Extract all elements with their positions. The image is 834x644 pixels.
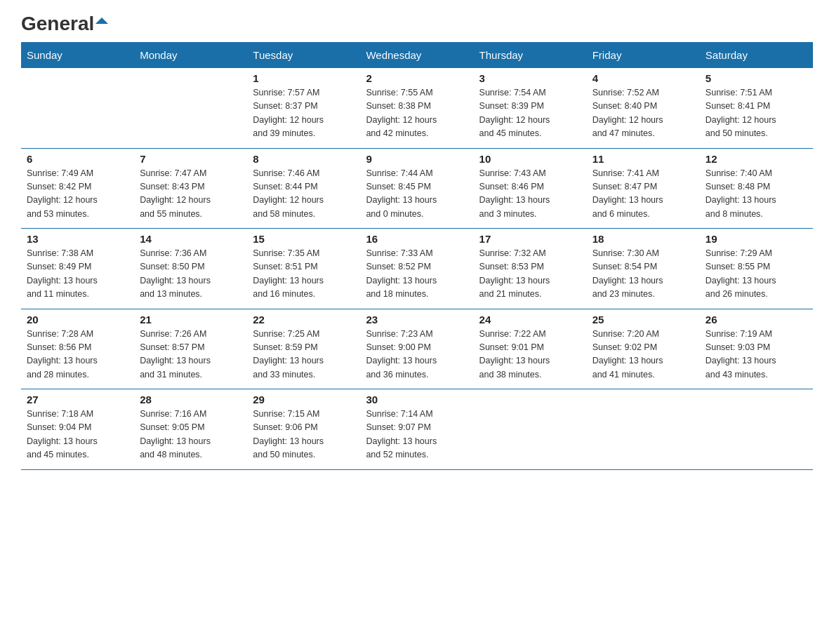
day-info: Sunrise: 7:47 AM Sunset: 8:43 PM Dayligh… (140, 167, 241, 222)
calendar-cell: 18Sunrise: 7:30 AM Sunset: 8:54 PM Dayli… (587, 229, 700, 309)
day-info: Sunrise: 7:14 AM Sunset: 9:07 PM Dayligh… (366, 408, 468, 462)
day-info: Sunrise: 7:35 AM Sunset: 8:51 PM Dayligh… (253, 247, 355, 302)
calendar-cell: 20Sunrise: 7:28 AM Sunset: 8:56 PM Dayli… (21, 309, 134, 389)
day-number: 10 (479, 153, 581, 165)
calendar-cell (700, 389, 813, 470)
day-info: Sunrise: 7:44 AM Sunset: 8:45 PM Dayligh… (366, 167, 468, 222)
calendar-cell: 24Sunrise: 7:22 AM Sunset: 9:01 PM Dayli… (474, 309, 587, 389)
calendar-cell: 14Sunrise: 7:36 AM Sunset: 8:50 PM Dayli… (134, 229, 247, 309)
day-number: 6 (27, 153, 128, 165)
calendar-cell: 21Sunrise: 7:26 AM Sunset: 8:57 PM Dayli… (134, 309, 247, 389)
day-info: Sunrise: 7:22 AM Sunset: 9:01 PM Dayligh… (479, 328, 581, 382)
weekday-header-sunday: Sunday (21, 42, 134, 68)
calendar-cell: 27Sunrise: 7:18 AM Sunset: 9:04 PM Dayli… (21, 389, 134, 470)
day-info: Sunrise: 7:30 AM Sunset: 8:54 PM Dayligh… (593, 247, 694, 302)
page-header: General (21, 14, 813, 35)
logo-general: General (21, 14, 94, 34)
calendar-cell (134, 68, 247, 148)
calendar-cell (474, 389, 587, 470)
day-info: Sunrise: 7:19 AM Sunset: 9:03 PM Dayligh… (706, 328, 807, 382)
day-info: Sunrise: 7:41 AM Sunset: 8:47 PM Dayligh… (593, 167, 694, 222)
day-number: 5 (706, 72, 807, 84)
calendar-cell: 3Sunrise: 7:54 AM Sunset: 8:39 PM Daylig… (474, 68, 587, 148)
day-number: 8 (253, 153, 355, 165)
day-number: 15 (253, 233, 355, 245)
weekday-header-thursday: Thursday (474, 42, 587, 68)
day-number: 16 (366, 233, 468, 245)
calendar-cell: 8Sunrise: 7:46 AM Sunset: 8:44 PM Daylig… (247, 148, 360, 229)
day-number: 23 (366, 314, 468, 326)
day-info: Sunrise: 7:26 AM Sunset: 8:57 PM Dayligh… (140, 328, 241, 382)
calendar-week-row: 13Sunrise: 7:38 AM Sunset: 8:49 PM Dayli… (21, 229, 813, 309)
weekday-header-monday: Monday (134, 42, 247, 68)
day-info: Sunrise: 7:20 AM Sunset: 9:02 PM Dayligh… (593, 328, 694, 382)
calendar-cell: 29Sunrise: 7:15 AM Sunset: 9:06 PM Dayli… (247, 389, 360, 470)
calendar-cell (21, 68, 134, 148)
weekday-header-saturday: Saturday (700, 42, 813, 68)
calendar-cell: 12Sunrise: 7:40 AM Sunset: 8:48 PM Dayli… (700, 148, 813, 229)
day-info: Sunrise: 7:16 AM Sunset: 9:05 PM Dayligh… (140, 408, 241, 462)
calendar-cell: 30Sunrise: 7:14 AM Sunset: 9:07 PM Dayli… (360, 389, 473, 470)
day-info: Sunrise: 7:51 AM Sunset: 8:41 PM Dayligh… (706, 86, 807, 141)
calendar-cell: 23Sunrise: 7:23 AM Sunset: 9:00 PM Dayli… (360, 309, 473, 389)
weekday-header-tuesday: Tuesday (247, 42, 360, 68)
day-number: 7 (140, 153, 241, 165)
day-info: Sunrise: 7:40 AM Sunset: 8:48 PM Dayligh… (706, 167, 807, 222)
calendar-cell: 15Sunrise: 7:35 AM Sunset: 8:51 PM Dayli… (247, 229, 360, 309)
day-number: 30 (366, 394, 468, 405)
calendar-cell: 26Sunrise: 7:19 AM Sunset: 9:03 PM Dayli… (700, 309, 813, 389)
day-number: 21 (140, 314, 241, 326)
day-info: Sunrise: 7:38 AM Sunset: 8:49 PM Dayligh… (27, 247, 128, 302)
day-info: Sunrise: 7:25 AM Sunset: 8:59 PM Dayligh… (253, 328, 355, 382)
day-number: 13 (27, 233, 128, 245)
calendar-week-row: 6Sunrise: 7:49 AM Sunset: 8:42 PM Daylig… (21, 148, 813, 229)
day-number: 1 (253, 72, 355, 84)
day-number: 29 (253, 394, 355, 405)
calendar-cell: 19Sunrise: 7:29 AM Sunset: 8:55 PM Dayli… (700, 229, 813, 309)
day-info: Sunrise: 7:28 AM Sunset: 8:56 PM Dayligh… (27, 328, 128, 382)
day-number: 25 (593, 314, 694, 326)
calendar-cell: 13Sunrise: 7:38 AM Sunset: 8:49 PM Dayli… (21, 229, 134, 309)
calendar-cell: 10Sunrise: 7:43 AM Sunset: 8:46 PM Dayli… (474, 148, 587, 229)
day-number: 2 (366, 72, 468, 84)
calendar-header-row: SundayMondayTuesdayWednesdayThursdayFrid… (21, 42, 813, 68)
calendar-cell (587, 389, 700, 470)
day-number: 14 (140, 233, 241, 245)
day-number: 24 (479, 314, 581, 326)
day-number: 9 (366, 153, 468, 165)
day-info: Sunrise: 7:29 AM Sunset: 8:55 PM Dayligh… (706, 247, 807, 302)
day-info: Sunrise: 7:43 AM Sunset: 8:46 PM Dayligh… (479, 167, 581, 222)
calendar-cell: 4Sunrise: 7:52 AM Sunset: 8:40 PM Daylig… (587, 68, 700, 148)
calendar-cell: 9Sunrise: 7:44 AM Sunset: 8:45 PM Daylig… (360, 148, 473, 229)
logo: General (21, 14, 108, 35)
calendar-cell: 22Sunrise: 7:25 AM Sunset: 8:59 PM Dayli… (247, 309, 360, 389)
calendar-cell: 11Sunrise: 7:41 AM Sunset: 8:47 PM Dayli… (587, 148, 700, 229)
day-info: Sunrise: 7:36 AM Sunset: 8:50 PM Dayligh… (140, 247, 241, 302)
day-info: Sunrise: 7:32 AM Sunset: 8:53 PM Dayligh… (479, 247, 581, 302)
day-number: 3 (479, 72, 581, 84)
day-info: Sunrise: 7:33 AM Sunset: 8:52 PM Dayligh… (366, 247, 468, 302)
day-info: Sunrise: 7:57 AM Sunset: 8:37 PM Dayligh… (253, 86, 355, 141)
day-number: 22 (253, 314, 355, 326)
calendar-cell: 5Sunrise: 7:51 AM Sunset: 8:41 PM Daylig… (700, 68, 813, 148)
day-info: Sunrise: 7:18 AM Sunset: 9:04 PM Dayligh… (27, 408, 128, 462)
day-number: 27 (27, 394, 128, 405)
day-number: 17 (479, 233, 581, 245)
day-number: 18 (593, 233, 694, 245)
calendar-table: SundayMondayTuesdayWednesdayThursdayFrid… (21, 42, 813, 470)
calendar-cell: 28Sunrise: 7:16 AM Sunset: 9:05 PM Dayli… (134, 389, 247, 470)
day-number: 4 (593, 72, 694, 84)
day-number: 12 (706, 153, 807, 165)
calendar-cell: 1Sunrise: 7:57 AM Sunset: 8:37 PM Daylig… (247, 68, 360, 148)
day-number: 28 (140, 394, 241, 405)
day-info: Sunrise: 7:52 AM Sunset: 8:40 PM Dayligh… (593, 86, 694, 141)
day-info: Sunrise: 7:46 AM Sunset: 8:44 PM Dayligh… (253, 167, 355, 222)
calendar-cell: 6Sunrise: 7:49 AM Sunset: 8:42 PM Daylig… (21, 148, 134, 229)
calendar-cell: 7Sunrise: 7:47 AM Sunset: 8:43 PM Daylig… (134, 148, 247, 229)
day-info: Sunrise: 7:55 AM Sunset: 8:38 PM Dayligh… (366, 86, 468, 141)
calendar-week-row: 1Sunrise: 7:57 AM Sunset: 8:37 PM Daylig… (21, 68, 813, 148)
day-number: 20 (27, 314, 128, 326)
day-info: Sunrise: 7:15 AM Sunset: 9:06 PM Dayligh… (253, 408, 355, 462)
calendar-cell: 17Sunrise: 7:32 AM Sunset: 8:53 PM Dayli… (474, 229, 587, 309)
day-info: Sunrise: 7:54 AM Sunset: 8:39 PM Dayligh… (479, 86, 581, 141)
